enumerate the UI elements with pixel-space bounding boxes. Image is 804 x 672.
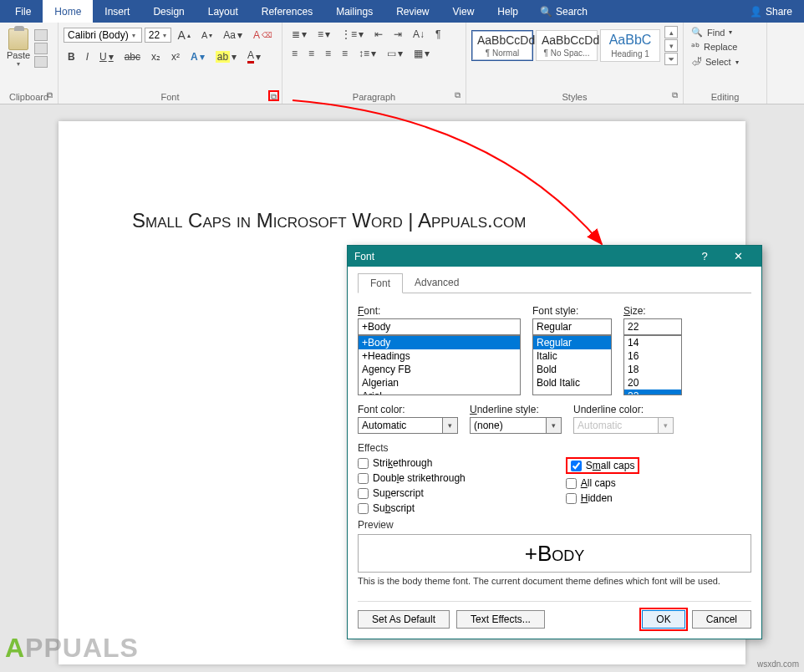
style-normal[interactable]: AaBbCcDd ¶ Normal (471, 30, 533, 61)
font-size-input[interactable] (623, 318, 682, 335)
smallcaps-checkbox[interactable]: Small caps (566, 457, 640, 474)
list-item[interactable]: Algerian (359, 376, 520, 389)
increase-indent-button[interactable]: ⇥ (389, 26, 406, 43)
copy-icon[interactable] (34, 43, 48, 54)
allcaps-checkbox[interactable]: All caps (566, 477, 640, 489)
tab-references[interactable]: References (250, 0, 324, 23)
superscript-button[interactable]: x² (167, 48, 184, 65)
clipboard-launcher[interactable]: ⧉ (44, 90, 55, 101)
superscript-checkbox[interactable]: Superscript (358, 487, 466, 499)
clear-formatting-button[interactable]: A⌫ (249, 27, 277, 43)
font-dialog-launcher[interactable]: ⧉ (268, 90, 279, 101)
font-color-dropdown[interactable]: Automatic ▾ (358, 417, 458, 434)
borders-button[interactable]: ▦▾ (410, 45, 434, 62)
underline-style-dropdown[interactable]: (none) ▾ (470, 417, 562, 434)
shrink-font-button[interactable]: A▾ (197, 28, 216, 43)
align-center-button[interactable]: ≡ (304, 45, 318, 62)
strikethrough-checkbox[interactable]: Strikethrough (358, 457, 466, 469)
ok-button[interactable]: OK (642, 610, 684, 629)
dialog-close-button[interactable]: ✕ (721, 250, 755, 262)
text-effects-button[interactable]: A▾ (186, 48, 209, 65)
styles-launcher[interactable]: ⧉ (669, 90, 680, 101)
hidden-checkbox[interactable]: Hidden (566, 492, 640, 504)
document-text[interactable]: Small Caps in Microsoft Word | Appuals.c… (132, 209, 526, 232)
share-button[interactable]: Share (738, 0, 804, 23)
tab-mailings[interactable]: Mailings (324, 0, 384, 23)
gallery-down-icon[interactable]: ▾ (664, 39, 678, 52)
tab-file[interactable]: File (3, 0, 43, 23)
list-item[interactable]: Agency FB (359, 363, 520, 376)
show-marks-button[interactable]: ¶ (431, 26, 445, 43)
double-strikethrough-checkbox[interactable]: Double strikethrough (358, 472, 466, 484)
dialog-titlebar[interactable]: Font ? ✕ (348, 246, 761, 267)
tab-review[interactable]: Review (384, 0, 440, 23)
gallery-more-icon[interactable]: ⏷ (664, 53, 678, 65)
list-item[interactable]: +Body (359, 336, 520, 349)
font-name-listbox[interactable]: +Body +Headings Agency FB Algerian Arial (358, 335, 521, 395)
grow-font-button[interactable]: A▴ (174, 26, 195, 44)
styles-gallery-scroll[interactable]: ▴ ▾ ⏷ (664, 26, 678, 65)
strikethrough-button[interactable]: abc (120, 48, 145, 65)
list-item[interactable]: 20 (624, 376, 681, 389)
subscript-checkbox[interactable]: Subscript (358, 502, 466, 514)
paragraph-launcher[interactable]: ⧉ (452, 90, 463, 101)
numbering-button[interactable]: ≡▾ (313, 26, 334, 43)
sort-button[interactable]: A↓ (409, 26, 429, 43)
italic-button[interactable]: I (82, 48, 93, 65)
list-item[interactable]: +Headings (359, 349, 520, 363)
tab-design[interactable]: Design (141, 0, 196, 23)
list-item[interactable]: Italic (533, 349, 611, 363)
multilevel-list-button[interactable]: ⋮≡▾ (337, 26, 368, 43)
list-item[interactable]: 16 (624, 349, 681, 363)
cancel-button[interactable]: Cancel (692, 610, 751, 629)
format-painter-icon[interactable] (34, 56, 48, 68)
align-left-button[interactable]: ≡ (288, 45, 302, 62)
list-item[interactable]: 22 (624, 389, 681, 395)
replace-button[interactable]: Replace (689, 40, 761, 53)
tab-layout[interactable]: Layout (196, 0, 250, 23)
list-item[interactable]: Arial (359, 389, 520, 395)
font-size-combo[interactable]: 22 ▾ (145, 28, 171, 43)
change-case-button[interactable]: Aa▾ (219, 27, 247, 43)
style-heading1[interactable]: AaBbC Heading 1 (600, 29, 660, 62)
list-item[interactable]: Bold (533, 363, 611, 376)
paste-button[interactable]: Paste ▾ (5, 26, 32, 70)
preview-section-label: Preview (358, 519, 751, 531)
font-style-input[interactable] (532, 318, 612, 335)
set-default-button[interactable]: Set As Default (358, 610, 450, 629)
font-name-input[interactable] (358, 318, 521, 335)
tell-me-search[interactable]: Search (530, 0, 598, 23)
list-item[interactable]: Bold Italic (533, 376, 611, 389)
font-style-listbox[interactable]: Regular Italic Bold Bold Italic (532, 335, 612, 395)
group-paragraph: ≣▾ ≡▾ ⋮≡▾ ⇤ ⇥ A↓ ¶ ≡ ≡ ≡ ≡ ↕≡▾ ▭▾ ▦▾ Par… (282, 23, 466, 104)
gallery-up-icon[interactable]: ▴ (664, 26, 678, 38)
list-item[interactable]: 14 (624, 336, 681, 349)
bullets-button[interactable]: ≣▾ (288, 26, 311, 43)
list-item[interactable]: 18 (624, 363, 681, 376)
font-size-listbox[interactable]: 14 16 18 20 22 (623, 335, 682, 395)
tab-help[interactable]: Help (486, 0, 530, 23)
find-button[interactable]: Find▾ (689, 26, 761, 38)
line-spacing-button[interactable]: ↕≡▾ (354, 45, 380, 62)
select-button[interactable]: Select▾ (689, 55, 761, 69)
tab-insert[interactable]: Insert (93, 0, 141, 23)
text-effects-button[interactable]: Text Effects... (456, 610, 545, 629)
underline-button[interactable]: U▾ (95, 48, 118, 65)
tab-home[interactable]: Home (43, 0, 93, 23)
justify-button[interactable]: ≡ (338, 45, 352, 62)
subscript-button[interactable]: x₂ (147, 48, 165, 65)
shading-button[interactable]: ▭▾ (383, 45, 407, 62)
bold-button[interactable]: B (64, 48, 79, 65)
style-nospacing[interactable]: AaBbCcDd ¶ No Spac... (536, 30, 598, 61)
list-item[interactable]: Regular (533, 336, 611, 349)
align-right-button[interactable]: ≡ (321, 45, 335, 62)
font-color-button[interactable]: A▾ (243, 47, 265, 66)
dialog-help-button[interactable]: ? (688, 250, 721, 262)
cut-icon[interactable] (34, 29, 48, 41)
dialog-tab-advanced[interactable]: Advanced (403, 273, 471, 293)
font-name-combo[interactable]: Calibri (Body) ▾ (64, 28, 142, 43)
tab-view[interactable]: View (441, 0, 486, 23)
decrease-indent-button[interactable]: ⇤ (370, 26, 387, 43)
dialog-tab-font[interactable]: Font (358, 273, 403, 293)
highlight-button[interactable]: ab▾ (211, 48, 241, 65)
